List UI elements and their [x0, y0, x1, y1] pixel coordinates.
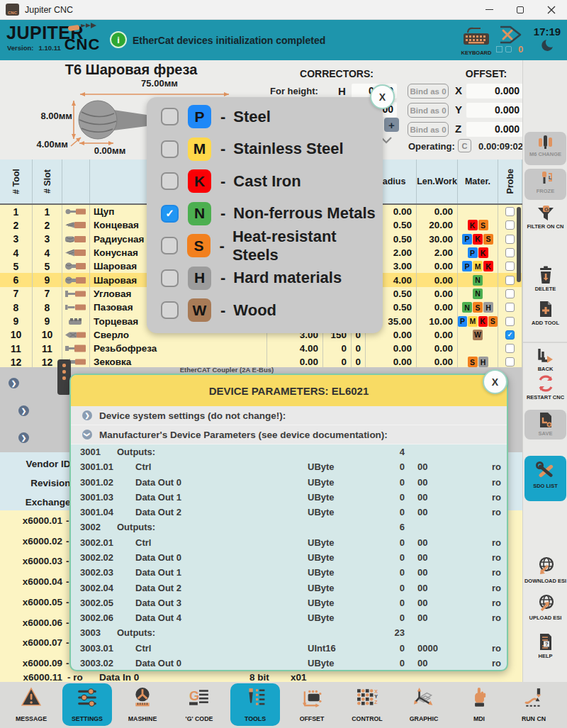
nav-mdi[interactable]: MDI	[454, 683, 504, 726]
value-cell[interactable]: 0	[352, 342, 366, 355]
sdo-parameter-row[interactable]: 3001.01CtrlUByte000ro	[71, 459, 507, 474]
bind-y-button[interactable]: Bind as 0	[408, 103, 449, 118]
probe-checkbox[interactable]	[505, 317, 515, 326]
keyboard-button[interactable]: KEYBOARD	[459, 26, 493, 56]
section-system-settings[interactable]: ❯ Device system settings (do not change!…	[71, 406, 507, 425]
error-counter[interactable]: 0	[496, 25, 526, 47]
nav-gcode[interactable]: G 'G' CODE	[174, 683, 224, 726]
material-filter-item-P[interactable]: P-Steel	[147, 101, 383, 133]
material-filter-item-S[interactable]: S-Heat-resistant Steels	[147, 230, 383, 262]
material-filter-item-N[interactable]: ✓N-Non-ferrous Metals	[147, 198, 383, 230]
probe-checkbox[interactable]	[505, 276, 515, 285]
lenwork-cell[interactable]: 20.00	[417, 218, 458, 232]
bind-z-button[interactable]: Bind as 0	[408, 122, 449, 137]
nav-run-cn[interactable]: RUN CN	[509, 683, 558, 726]
probe-checkbox[interactable]	[505, 289, 515, 298]
nav-graphic[interactable]: GRAPHIC	[399, 683, 449, 726]
table-scrollbar[interactable]	[517, 207, 521, 282]
material-checkbox-H[interactable]	[161, 269, 179, 287]
tool-number-cell[interactable]: 2	[0, 218, 33, 232]
tool-number-cell[interactable]: 1	[0, 205, 33, 218]
material-filter-item-M[interactable]: M-Stainless Steel	[147, 133, 383, 166]
sdo-id[interactable]: x6000.03	[0, 556, 62, 566]
add-tool-button[interactable]: ADD TOOL	[523, 300, 567, 327]
sdo-parameter-row[interactable]: 3002Outputs:6	[71, 520, 507, 534]
radius-cell[interactable]: 0.00	[366, 342, 417, 355]
material-checkbox-P[interactable]	[161, 108, 179, 125]
value-cell[interactable]: 0	[323, 342, 352, 355]
tool-number-cell[interactable]: 4	[0, 246, 33, 259]
offset-x-value[interactable]: 0.000	[466, 84, 523, 99]
slot-number-cell[interactable]: 5	[33, 259, 62, 273]
sdo-parameter-row[interactable]: 3001.03Data Out 1UByte000ro	[71, 490, 507, 505]
sdo-parameter-row[interactable]: 3002.04Data Out 2UByte000ro	[71, 580, 507, 595]
filter-on-cn-button[interactable]: G FILTER ON CN	[523, 205, 567, 231]
help-button[interactable]: ? HELP	[523, 633, 567, 661]
slot-number-cell[interactable]: 11	[33, 342, 62, 355]
probe-checkbox[interactable]	[505, 344, 515, 353]
probe-checkbox[interactable]	[505, 248, 515, 257]
material-checkbox-S[interactable]	[161, 237, 178, 254]
lenwork-cell[interactable]: 2.00	[417, 246, 458, 259]
material-filter-item-W[interactable]: W-Wood	[147, 294, 383, 327]
tree-collapse-icon[interactable]: ❯	[18, 432, 29, 443]
nav-control[interactable]: XYZ CONTROL	[342, 683, 392, 726]
tool-number-cell[interactable]: 3	[0, 233, 33, 246]
slot-number-cell[interactable]: 8	[33, 301, 62, 314]
probe-checkbox[interactable]	[505, 357, 515, 366]
material-checkbox-K[interactable]	[161, 172, 179, 190]
tree-expand-icon[interactable]: ❯	[9, 378, 19, 388]
lenwork-cell[interactable]: 10.00	[417, 314, 458, 327]
material-checkbox-N[interactable]: ✓	[161, 205, 179, 223]
download-esi-button[interactable]: DOWNLOAD ESI	[523, 556, 567, 586]
offset-z-value[interactable]: 0.000	[466, 122, 523, 137]
tool-number-cell[interactable]: 9	[0, 314, 33, 327]
sdo-id[interactable]: x6000.09	[0, 658, 62, 668]
lenwork-cell[interactable]: 0.00	[417, 259, 458, 273]
lenwork-cell[interactable]: 0.00	[417, 205, 458, 218]
probe-checkbox[interactable]	[505, 303, 515, 312]
lenwork-cell[interactable]: 30.00	[417, 233, 458, 246]
slot-number-cell[interactable]: 9	[33, 314, 62, 327]
section-manufacturer-params[interactable]: ❯ Manufacturer's Device Parameters (see …	[71, 425, 507, 444]
tool-name-cell[interactable]: Резьбофреза	[90, 342, 267, 355]
sdo-id[interactable]: x6000.01	[0, 515, 62, 526]
sdo-parameter-row[interactable]: 3002.06Data Out 4UByte000ro	[71, 610, 507, 625]
sdo-parameter-row[interactable]: 3003Outputs:23	[71, 625, 507, 640]
material-checkbox-M[interactable]	[161, 140, 179, 158]
restart-cnc-button[interactable]: RESTART CNC	[523, 374, 567, 402]
close-button[interactable]	[536, 0, 567, 20]
tool-table-row[interactable]: 1111Резьбофреза4.00000.000.00	[0, 342, 522, 355]
info-icon[interactable]: i	[110, 31, 127, 48]
tool-number-cell[interactable]: 6	[0, 273, 33, 286]
slot-number-cell[interactable]: 1	[33, 205, 62, 218]
tool-number-cell[interactable]: 11	[0, 342, 33, 355]
dialog-close-button[interactable]: X	[483, 369, 507, 394]
upload-esi-button[interactable]: UPLOAD ESI	[523, 593, 567, 622]
material-filter-item-K[interactable]: K-Cast Iron	[147, 165, 383, 198]
delete-button[interactable]: DELETE	[523, 266, 567, 293]
nav-message[interactable]: MESSAGE	[6, 683, 56, 726]
sdo-parameter-row[interactable]: 3001.04Data Out 2UByte000ro	[71, 505, 507, 520]
probe-checkbox[interactable]: ✓	[505, 330, 515, 340]
slot-number-cell[interactable]: 7	[33, 287, 62, 301]
nav-mashine[interactable]: MASHINE	[118, 683, 167, 726]
probe-checkbox[interactable]	[505, 207, 515, 216]
back-button[interactable]: BACK	[523, 347, 567, 374]
minimize-button[interactable]	[473, 0, 505, 20]
lenwork-cell[interactable]: 0.00	[417, 301, 458, 314]
diameter-cell[interactable]: 4.00	[267, 342, 323, 355]
sdo-parameter-row[interactable]: 3003.02Data Out 0UByte000ro	[71, 656, 507, 671]
tool-number-cell[interactable]: 10	[0, 328, 33, 342]
nav-settings[interactable]: SETTINGS	[62, 683, 112, 726]
sdo-id[interactable]: x6000.04	[0, 576, 62, 587]
slot-number-cell[interactable]: 9	[33, 273, 62, 286]
material-filter-item-H[interactable]: H-Hard materials	[147, 262, 383, 295]
maximize-button[interactable]	[505, 0, 536, 20]
sdo-parameter-row[interactable]: 3001Outputs:4	[71, 444, 507, 459]
lenwork-cell[interactable]: 0.00	[417, 328, 458, 342]
sdo-parameter-row[interactable]: 3002.02Data Out 0UByte000ro	[71, 550, 507, 565]
lenwork-cell[interactable]: 0.00	[417, 342, 458, 355]
probe-checkbox[interactable]	[505, 262, 515, 271]
operating-mode-button[interactable]: C	[458, 139, 471, 152]
